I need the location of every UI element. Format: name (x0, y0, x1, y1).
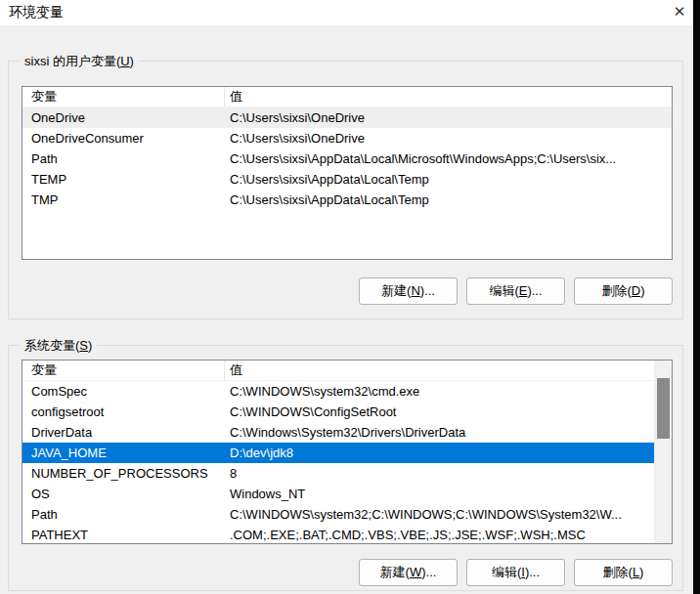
table-row[interactable]: DriverData C:\Windows\System32\Drivers\D… (22, 422, 672, 443)
dialog-title: 环境变量 (9, 4, 64, 21)
column-header-variable[interactable]: 变量 (22, 361, 225, 380)
screenshot-edge-strip (693, 0, 700, 594)
table-row[interactable]: OS Windows_NT (22, 484, 672, 504)
variable-value-cell: C:\Users\sixsi\AppData\Local\Temp (225, 169, 672, 190)
variable-name-cell: OneDrive (22, 107, 225, 128)
button-mnemonic: N (411, 283, 419, 298)
variable-value-cell: C:\WINDOWS\ConfigSetRoot (225, 402, 672, 422)
column-header-value[interactable]: 值 (225, 87, 672, 106)
edit-system-variable-button[interactable]: 编辑(I)... (466, 559, 565, 586)
variable-name-cell: TMP (22, 190, 225, 210)
button-label: 新建( (381, 283, 411, 298)
system-variables-list: 变量 值 ComSpec C:\WINDOWS\system32\cmd.exe… (22, 360, 673, 544)
column-header-variable[interactable]: 变量 (22, 87, 225, 106)
table-row[interactable]: configsetroot C:\WINDOWS\ConfigSetRoot (22, 402, 672, 422)
list-header-row: 变量 值 (22, 87, 672, 107)
button-label: 编辑( (489, 283, 518, 298)
variable-name-cell: NUMBER_OF_PROCESSORS (22, 463, 225, 484)
variable-value-cell: D:\dev\jdk8 (225, 443, 672, 463)
variable-value-cell: .COM;.EXE;.BAT;.CMD;.VBS;.VBE;.JS;.JSE;.… (225, 525, 672, 544)
button-label: )... (421, 565, 436, 579)
table-row[interactable]: PATHEXT .COM;.EXE;.BAT;.CMD;.VBS;.VBE;.J… (22, 525, 672, 544)
variable-value-cell: C:\Users\sixsi\OneDrive (225, 107, 672, 128)
table-row[interactable]: OneDrive C:\Users\sixsi\OneDrive (22, 107, 672, 128)
table-row[interactable]: Path C:\WINDOWS\system32;C:\WINDOWS;C:\W… (22, 504, 672, 525)
table-row[interactable]: ComSpec C:\WINDOWS\system32\cmd.exe (22, 381, 672, 402)
button-mnemonic: W (410, 565, 421, 579)
variable-name-cell: DriverData (22, 422, 225, 443)
delete-user-variable-button[interactable]: 删除(D) (574, 277, 673, 305)
group-label-mnemonic: S (79, 338, 88, 353)
scrollbar-thumb[interactable] (657, 378, 670, 439)
button-label: )... (420, 283, 435, 298)
variable-name-cell: ComSpec (22, 381, 225, 402)
table-row[interactable]: TMP C:\Users\sixsi\AppData\Local\Temp (22, 190, 672, 210)
group-label-text: 系统变量( (24, 338, 79, 353)
user-variables-group-label: sixsi 的用户变量(U) (20, 53, 139, 70)
list-header-row: 变量 值 (22, 361, 672, 381)
variable-value-cell: C:\Users\sixsi\AppData\Local\Microsoft\W… (225, 148, 672, 169)
table-row[interactable]: OneDriveConsumer C:\Users\sixsi\OneDrive (22, 128, 672, 148)
table-row[interactable]: Path C:\Users\sixsi\AppData\Local\Micros… (22, 148, 672, 169)
button-label: 删除( (603, 565, 633, 579)
new-user-variable-button[interactable]: 新建(N)... (359, 277, 458, 305)
variable-name-cell: OS (22, 484, 225, 504)
button-label: 编辑( (492, 565, 521, 579)
delete-system-variable-button[interactable]: 删除(L) (574, 559, 673, 586)
new-system-variable-button[interactable]: 新建(W)... (359, 559, 458, 586)
table-row[interactable]: NUMBER_OF_PROCESSORS 8 (22, 463, 672, 484)
variable-value-cell: C:\Windows\System32\Drivers\DriverData (225, 422, 672, 443)
button-label: ) (639, 565, 643, 579)
variable-name-cell: TEMP (22, 169, 225, 190)
group-label-text: ) (130, 54, 134, 68)
variable-value-cell: C:\Users\sixsi\OneDrive (225, 128, 672, 148)
table-row-selected[interactable]: JAVA_HOME D:\dev\jdk8 (22, 443, 672, 463)
group-label-mnemonic: U (120, 54, 129, 68)
group-label-text: sixsi 的用户变量( (24, 54, 120, 68)
button-label: )... (525, 565, 540, 579)
column-header-value[interactable]: 值 (225, 361, 672, 380)
user-variables-list: 变量 值 OneDrive C:\Users\sixsi\OneDrive On… (22, 86, 673, 260)
edit-user-variable-button[interactable]: 编辑(E)... (466, 277, 565, 305)
button-mnemonic: D (632, 283, 640, 298)
button-label: 删除( (601, 283, 631, 298)
variable-name-cell: JAVA_HOME (22, 443, 225, 463)
title-bar: 环境变量 ✕ (0, 0, 700, 25)
variable-value-cell: 8 (225, 463, 672, 484)
button-label: ) (640, 283, 644, 298)
variable-name-cell: Path (22, 148, 225, 169)
vertical-scrollbar[interactable] (654, 361, 672, 543)
button-label: )... (527, 283, 542, 298)
variable-value-cell: C:\WINDOWS\system32;C:\WINDOWS;C:\WINDOW… (225, 504, 672, 525)
button-label: 新建( (380, 565, 410, 579)
variable-name-cell: PATHEXT (22, 525, 225, 544)
variable-name-cell: configsetroot (22, 402, 225, 422)
close-icon[interactable]: ✕ (669, 2, 690, 21)
variable-value-cell: C:\WINDOWS\system32\cmd.exe (225, 381, 672, 402)
variable-value-cell: Windows_NT (225, 484, 672, 504)
table-row[interactable]: TEMP C:\Users\sixsi\AppData\Local\Temp (22, 169, 672, 190)
system-variables-group-label: 系统变量(S) (20, 337, 97, 355)
group-label-text: ) (88, 338, 92, 353)
variable-value-cell: C:\Users\sixsi\AppData\Local\Temp (225, 190, 672, 210)
variable-name-cell: OneDriveConsumer (22, 128, 225, 148)
variable-name-cell: Path (22, 504, 225, 525)
